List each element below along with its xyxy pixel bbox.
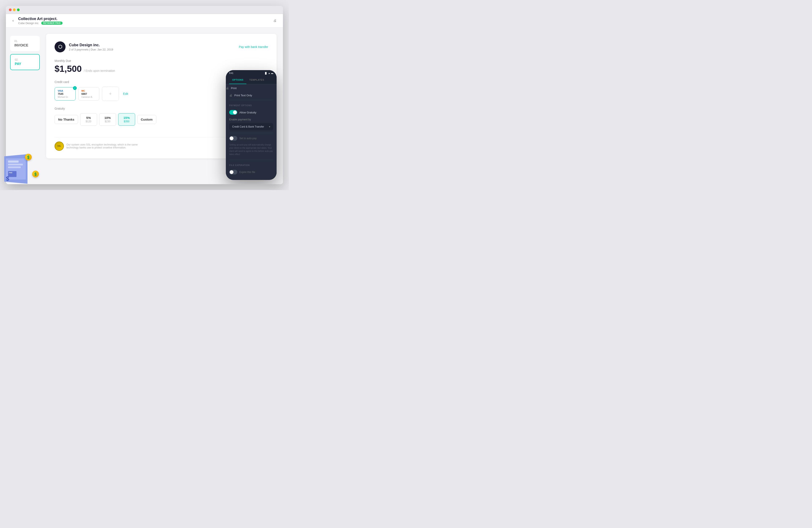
step-pay[interactable]: 02. PAY	[10, 54, 40, 70]
allow-gratuity-toggle[interactable]	[229, 110, 237, 115]
header-title-area: Collective Art project. Cube Design inc.…	[18, 17, 271, 25]
step-1-label: INVOICE	[14, 44, 35, 47]
phone-status-icons: ▐▌ ▲ ▬	[264, 72, 273, 74]
back-button[interactable]: ‹	[10, 18, 16, 24]
traffic-light-yellow[interactable]	[13, 9, 16, 11]
header-sub: Cube Design inc. RETAINER PAID	[18, 21, 271, 25]
amount-desc: / Ends upon termination	[84, 69, 115, 73]
coin-icon-2: 💲	[32, 171, 39, 177]
card-visa[interactable]: ✓ VISA 7545 Michael Gr.	[55, 87, 76, 101]
phone-notch: 9:41 ▐▌ ▲ ▬	[226, 70, 277, 76]
battery-icon: ▬	[271, 72, 273, 74]
print-label: Print	[231, 87, 237, 90]
gratuity-options: No Thanks 5% $120 10% $230 15% $350	[55, 113, 156, 126]
gratuity-5pct-label: 5%	[84, 116, 93, 120]
step-1-number: 01.	[14, 40, 35, 43]
invoice-header-row: ⬡ Cube Design inc. 2 of 3 paymnets | Due…	[55, 41, 268, 52]
project-title: Collective Art project.	[18, 17, 271, 21]
gratuity-15pct[interactable]: 15% $350	[118, 113, 135, 126]
traffic-lights	[9, 9, 20, 11]
tab-options[interactable]: OPTIONS	[229, 76, 246, 84]
card-name-mc: Cameron B.	[82, 96, 96, 98]
phone-mockup: 9:41 ▐▌ ▲ ▬ OPTIONS TEMPLATES 🖨 Print 🖨 …	[226, 70, 277, 180]
expire-label: Expire this file	[240, 171, 255, 174]
print-text-icon: 🖨	[229, 93, 232, 97]
phone-time: 9:41	[229, 72, 233, 74]
divider-3	[229, 160, 273, 160]
card-selected-check: ✓	[73, 86, 77, 90]
card-name-visa: Michael Gr.	[58, 96, 73, 98]
print-text-only-label: Print Text Only	[234, 94, 252, 97]
payment-type-dropdown[interactable]: Credit Card & Bank Transfer ▾	[229, 123, 273, 130]
svg-rect-3	[8, 164, 23, 165]
chevron-down-icon: ▾	[269, 125, 270, 128]
gratuity-5pct[interactable]: 5% $120	[80, 113, 97, 126]
ssl-badge: SSL	[55, 141, 64, 151]
autopay-description: Setting up auto-pay will automatically c…	[226, 142, 277, 159]
gratuity-5pct-amount: $120	[84, 120, 93, 123]
bank-transfer-link[interactable]: Pay with bank transfer	[239, 45, 268, 49]
svg-rect-4	[8, 166, 21, 168]
invoice-meta: 2 of 3 paymnets | Due: Jan 22, 2019	[69, 48, 113, 51]
print-text-only-option[interactable]: 🖨 Print Text Only	[226, 92, 277, 99]
retainer-badge: RETAINER PAID	[41, 21, 62, 25]
company-name-header: Cube Design inc.	[18, 21, 39, 25]
gratuity-15pct-amount: $350	[122, 120, 132, 123]
allow-gratuity-row[interactable]: Allow Gratuity	[226, 108, 277, 116]
invoice-company-name: Cube Design inc.	[69, 43, 113, 47]
gratuity-no-thanks[interactable]: No Thanks	[55, 115, 78, 124]
step-2-label: PAY	[15, 62, 35, 66]
company-avatar: ⬡	[55, 41, 66, 52]
browser-window: ‹ Collective Art project. Cube Design in…	[6, 6, 283, 184]
wifi-icon: ▲	[268, 72, 270, 74]
file-expiration-title: FILE EXPIRATION	[226, 161, 277, 168]
gratuity-10pct-label: 10%	[103, 116, 113, 120]
gratuity-10pct[interactable]: 10% $230	[99, 113, 116, 126]
payment-dropdown-value: Credit Card & Bank Transfer	[232, 125, 264, 128]
enable-payment-label: Enable payment by	[226, 116, 277, 122]
tab-templates[interactable]: TEMPLATES	[246, 76, 267, 84]
gratuity-custom-label: Custom	[141, 118, 153, 121]
step-invoice[interactable]: 01. INVOICE	[10, 36, 40, 51]
phone-tabs: OPTIONS TEMPLATES	[226, 76, 277, 84]
ssl-text: Our system uses SSL encryption technolog…	[67, 143, 147, 149]
coin-icon-1: 💲	[25, 154, 32, 161]
autopay-label: Set to auto-pay	[240, 137, 257, 140]
monthly-due-label: Monthly Due	[55, 59, 268, 62]
print-option[interactable]: 🖨 Print	[226, 84, 277, 92]
gratuity-no-thanks-label: No Thanks	[58, 118, 74, 121]
step-2-number: 02.	[15, 58, 35, 61]
expire-toggle[interactable]	[229, 170, 237, 175]
svg-text:$: $	[6, 175, 9, 182]
ssl-left: SSL Our system uses SSL encryption techn…	[55, 141, 147, 151]
invoice-company-info: Cube Design inc. 2 of 3 paymnets | Due: …	[69, 43, 113, 51]
app-header: ‹ Collective Art project. Cube Design in…	[6, 14, 283, 28]
allow-gratuity-label: Allow Gratuity	[240, 111, 256, 114]
traffic-light-red[interactable]	[9, 9, 12, 11]
svg-text:PAID: PAID	[9, 172, 12, 174]
gratuity-10pct-amount: $230	[103, 120, 113, 123]
print-icon: 🖨	[226, 86, 229, 90]
expire-row[interactable]: Expire this file	[226, 168, 277, 176]
divider-1	[229, 100, 273, 100]
signal-icon: ▐▌	[264, 72, 267, 74]
autopay-toggle[interactable]	[229, 136, 237, 141]
add-card-button[interactable]: +	[102, 87, 119, 101]
browser-titlebar	[6, 6, 283, 14]
amount-value: $1,500	[55, 64, 82, 74]
decorative-coin-2: 💲	[32, 171, 39, 177]
card-brand-mc: MC	[82, 90, 96, 92]
autopay-row[interactable]: Set to auto-pay	[226, 134, 277, 142]
card-last4-mc: 6897	[82, 92, 96, 95]
edit-cards-link[interactable]: Edit	[123, 92, 128, 95]
card-brand-visa: VISA	[58, 90, 73, 92]
phone-content: 🖨 Print 🖨 Print Text Only PAYMENT OPTION…	[226, 84, 277, 180]
traffic-light-green[interactable]	[17, 9, 20, 11]
card-last4-visa: 7545	[58, 92, 73, 95]
card-mc[interactable]: MC 6897 Cameron B.	[78, 87, 99, 101]
gratuity-custom[interactable]: Custom	[137, 115, 156, 124]
print-button-header[interactable]: 🖨	[271, 17, 279, 25]
gratuity-15pct-label: 15%	[122, 116, 132, 120]
decorative-receipt: PAID $	[4, 154, 28, 184]
svg-rect-2	[8, 161, 19, 163]
